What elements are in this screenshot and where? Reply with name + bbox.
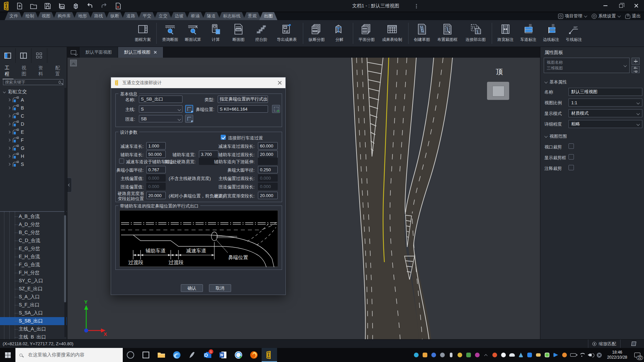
- cancel-button[interactable]: 取消: [209, 284, 231, 292]
- close-document-button[interactable]: [113, 1, 123, 11]
- show-clip-box-checkbox[interactable]: [569, 154, 574, 160]
- connection-item[interactable]: A_D_分岔: [0, 221, 67, 229]
- title-menu-dots-icon[interactable]: [416, 3, 417, 9]
- export-results-button[interactable]: 导出成果表: [273, 20, 301, 47]
- view-filter-button[interactable]: [632, 66, 640, 73]
- view-range-section[interactable]: 视图范围: [544, 133, 567, 139]
- tree-root-item[interactable]: 彩虹立交: [0, 88, 67, 96]
- task-view-button[interactable]: [138, 348, 154, 362]
- nose-big-radius-input[interactable]: 0.250: [258, 166, 278, 173]
- frame-plan-button[interactable]: 图框方案: [131, 20, 154, 47]
- action-center-button[interactable]: 22: [631, 348, 644, 362]
- connection-item[interactable]: F_H_分岔: [0, 269, 67, 277]
- ribbon-tab[interactable]: 标志标线: [218, 12, 245, 20]
- profile-sheets-button[interactable]: 纵断分图: [305, 20, 328, 47]
- connection-item[interactable]: F_G_合流: [0, 261, 67, 269]
- tray-app-2-icon[interactable]: [421, 348, 429, 362]
- edge-line-annotate-button[interactable]: 边线标注: [540, 20, 562, 47]
- basic-props-section[interactable]: 基本属性: [544, 79, 567, 85]
- scrollbar-thumb[interactable]: [64, 215, 66, 302]
- shoulder-taper-len-input[interactable]: 20.000: [258, 192, 278, 199]
- tray-foxit-icon[interactable]: [490, 348, 499, 362]
- connection-item[interactable]: A_B_合流: [0, 213, 67, 221]
- section-trial-button[interactable]: 断面试算: [181, 20, 204, 47]
- connection-item[interactable]: S_A_入口: [0, 293, 67, 301]
- lane-transition-checkbox[interactable]: [221, 135, 226, 140]
- query-section-button[interactable]: 查询断面: [159, 20, 181, 47]
- undo-button[interactable]: [85, 1, 95, 11]
- tray-outlook-icon[interactable]: [525, 348, 534, 362]
- system-settings-menu[interactable]: 系统设置: [592, 13, 620, 19]
- project-manage-menu[interactable]: 项目管理: [558, 13, 586, 19]
- tray-q-icon[interactable]: [499, 348, 508, 362]
- tray-chevron-up-icon[interactable]: [482, 348, 490, 362]
- decel-len-input[interactable]: 1.000: [146, 142, 166, 149]
- ribbon-tab[interactable]: 道路: [122, 12, 140, 20]
- mainline-select[interactable]: S: [139, 105, 182, 113]
- search-input[interactable]: [3, 80, 59, 84]
- minimize-button[interactable]: [598, 0, 613, 11]
- dig-steps-button[interactable]: 挖台阶: [250, 20, 273, 47]
- lane-annotate-button[interactable]: 车道标注: [517, 20, 540, 47]
- new-document-button[interactable]: [15, 1, 24, 11]
- route-tree-item[interactable]: D: [0, 120, 67, 128]
- ribbon-tab[interactable]: 构件库: [53, 12, 75, 20]
- taskbar-clock[interactable]: 18:46 2022/10/28: [604, 350, 631, 360]
- sidebar-collapse-handle[interactable]: [67, 178, 72, 192]
- add-view-button[interactable]: [632, 58, 640, 65]
- zoom-fit-button[interactable]: 缩放匹配: [588, 340, 621, 348]
- tray-mic-icon[interactable]: [447, 348, 455, 362]
- decel-on-aux-checkbox[interactable]: [119, 159, 124, 164]
- close-button[interactable]: [629, 0, 644, 11]
- ribbon-tab[interactable]: 文件: [5, 12, 23, 20]
- sidebar-tab-config[interactable]: 配置: [55, 65, 62, 77]
- connection-item[interactable]: SZ_E_出口: [0, 285, 67, 293]
- type-select[interactable]: 指定鼻端位置的平行式出口: [218, 96, 268, 103]
- tray-mail-icon[interactable]: [534, 348, 543, 362]
- route-tree-item[interactable]: B: [0, 104, 67, 112]
- start-button[interactable]: [0, 348, 15, 362]
- viewport-clip-checkbox[interactable]: [569, 143, 574, 149]
- leader-annotate-button[interactable]: 引线标注: [562, 20, 585, 47]
- viewcube[interactable]: [487, 82, 509, 100]
- tray-app-7-icon[interactable]: [517, 348, 525, 362]
- detail-level-select[interactable]: 粗略: [569, 120, 642, 128]
- decel-trans-input[interactable]: 60.000: [258, 142, 278, 149]
- annotation-clip-checkbox[interactable]: [569, 165, 574, 170]
- tray-onedrive-icon[interactable]: [508, 348, 517, 362]
- dialog-close-icon[interactable]: [277, 80, 282, 85]
- tray-grid-icon[interactable]: [543, 348, 551, 362]
- view-mode-cube-icon[interactable]: [631, 342, 636, 346]
- notes-app-button[interactable]: [184, 348, 200, 362]
- cortana-button[interactable]: [123, 348, 138, 362]
- sidebar-search[interactable]: [3, 79, 63, 85]
- tab-3d-view[interactable]: 默认三维视图: [118, 47, 163, 58]
- route-tree-item[interactable]: G: [0, 144, 67, 152]
- connection-item[interactable]: C_D_合流: [0, 237, 67, 245]
- confirm-button[interactable]: 确认: [181, 284, 203, 292]
- ramp-pick-button[interactable]: [185, 115, 193, 123]
- nose-position-input[interactable]: S K0+661.164: [218, 105, 268, 113]
- display-mode-select[interactable]: 材质模式: [569, 109, 642, 117]
- ribbon-tab[interactable]: 边坡: [170, 12, 188, 20]
- outlook-button[interactable]: 1: [200, 348, 215, 362]
- sidebar-tab-view[interactable]: 视图: [21, 65, 28, 77]
- aux-downstream-input[interactable]: [258, 158, 278, 165]
- ribbon-tab[interactable]: 桥涵: [186, 12, 204, 20]
- connection-item[interactable]: E_H_合流: [0, 253, 67, 261]
- layout-clip-frame-button[interactable]: 布置裁图框: [433, 20, 462, 47]
- save-all-button[interactable]: [57, 1, 66, 11]
- restore-button[interactable]: [613, 0, 629, 11]
- tray-bluetooth-icon[interactable]: [429, 348, 438, 362]
- tab-plan-view[interactable]: 默认平面视图: [79, 47, 118, 58]
- name-input[interactable]: S_SB_出口: [139, 96, 182, 103]
- aux-len-input[interactable]: 50.000: [146, 150, 166, 158]
- connection-item[interactable]: S_F_出口: [0, 301, 67, 309]
- connection-item[interactable]: S_SB_出口: [0, 317, 67, 325]
- explode-button[interactable]: 分解: [328, 20, 351, 47]
- ribbon-tab[interactable]: 路线: [90, 12, 108, 20]
- result-table-draw-button[interactable]: 成果表绘制: [378, 20, 406, 47]
- ribbon-tab[interactable]: 绘制: [21, 12, 39, 20]
- section-drawing-button[interactable]: 断面图: [227, 20, 250, 47]
- tray-magnifier-icon[interactable]: [560, 348, 569, 362]
